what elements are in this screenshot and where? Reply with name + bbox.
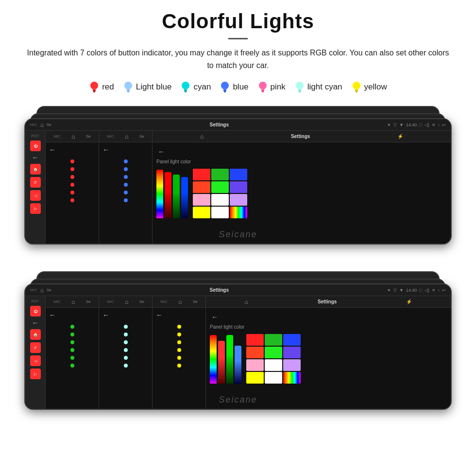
swatch-0[interactable] (193, 169, 210, 180)
dot4 (70, 183, 74, 187)
dot6 (70, 198, 74, 202)
swatch-bot-6[interactable] (246, 359, 264, 371)
mic-bot: MIC (30, 288, 37, 292)
power-btn-bot[interactable]: ⏻ (30, 306, 41, 316)
ydot3 (177, 340, 181, 344)
rotate-btn[interactable]: ↺ (30, 177, 41, 188)
main-nav-top: ⌂ Settings ⚡ (153, 131, 451, 142)
prev-btn[interactable]: ◁ (30, 190, 41, 201)
swatch-3[interactable] (193, 181, 210, 193)
time-bot: 14:40 (406, 288, 417, 293)
ydot4 (177, 348, 181, 352)
rst-bot: RST (32, 299, 39, 303)
svg-rect-10 (223, 89, 226, 91)
top-bar-right: ✦ ▽ ▼ 14:40 □ ◁) ✕ ▫ ↩ (387, 123, 446, 127)
mini-body-bot-1: ← (46, 308, 99, 409)
bars-top (156, 169, 188, 218)
gdot1 (70, 325, 74, 329)
color-item-pink: pink (257, 80, 286, 94)
next-btn[interactable]: ▷ (30, 203, 41, 214)
back1[interactable]: ← (48, 144, 97, 155)
mini-panels-bot: MIC ⌂ Se ← (46, 296, 206, 409)
back-main-bot[interactable]: ← (210, 312, 447, 322)
swatch-bot-0[interactable] (246, 334, 264, 346)
svg-rect-16 (298, 89, 301, 91)
rot-bot[interactable]: ↺ (30, 342, 41, 353)
swatch-bot-2[interactable] (283, 334, 301, 346)
swatch-bot-10[interactable] (265, 372, 282, 384)
red-bulb-icon (89, 80, 100, 94)
swatch-bot-7[interactable] (265, 359, 282, 371)
home-b3: ⌂ (178, 299, 182, 305)
color-item-lightcyan: light cyan (294, 80, 342, 94)
svg-rect-8 (185, 91, 187, 92)
back-b2[interactable]: ← (101, 310, 150, 320)
swatch-10[interactable] (211, 207, 229, 218)
home-strip-bot[interactable]: 🏠 (30, 329, 41, 340)
back-btn[interactable]: ← (32, 154, 39, 161)
dot3 (70, 175, 74, 179)
back2[interactable]: ← (101, 144, 150, 155)
mini-panel-bot-2: MIC ⌂ Se ← (99, 296, 153, 409)
bars-bot (210, 334, 241, 384)
se-b2: Se (139, 299, 144, 304)
cdot3 (124, 340, 128, 344)
signal-icon: ▼ (399, 123, 404, 127)
home2: ⌂ (125, 133, 128, 140)
color-label-cyan: cyan (193, 82, 211, 92)
swatch-5[interactable] (230, 181, 247, 193)
back-main[interactable]: ← (156, 146, 447, 157)
svg-rect-17 (299, 91, 301, 92)
swatch-bot-9[interactable] (246, 372, 264, 384)
svg-rect-7 (184, 89, 187, 91)
dot11 (124, 191, 128, 194)
rainbow-bar-bot (210, 335, 217, 384)
swatch-11[interactable] (230, 207, 247, 218)
swatch-1[interactable] (211, 169, 229, 180)
top-device-stack: MIC ⌂ Se Settings ✦ ▽ ▼ 14:40 □ ◁) ✕ ▫ (24, 106, 452, 249)
swatch-bot-4[interactable] (265, 347, 282, 358)
cdot4 (124, 348, 128, 352)
swatch-bot-5[interactable] (283, 347, 301, 358)
icons2 (101, 157, 150, 205)
prev-bot[interactable]: ◁ (30, 355, 41, 366)
mini-nav-1: MIC ⌂ Se (46, 131, 99, 142)
cyan-bulb-icon (180, 80, 191, 94)
settings-bot: Settings (210, 287, 229, 293)
swatch-bot-11[interactable] (283, 372, 301, 384)
home-main: ⌂ (200, 133, 204, 140)
main-panel-top: ⌂ Settings ⚡ ← Panel light color (153, 131, 451, 244)
cdot1 (124, 325, 128, 329)
mini-body-bot-3: ← (153, 308, 205, 409)
mini-panel-2: MIC ⌂ Se ← (99, 131, 153, 244)
gdot6 (70, 364, 74, 368)
color-label-red: red (102, 82, 114, 92)
swatch-bot-8[interactable] (283, 359, 301, 371)
green-bar (173, 175, 180, 218)
swatch-9[interactable] (193, 207, 210, 218)
swatch-2[interactable] (230, 169, 247, 180)
swatch-4[interactable] (211, 181, 229, 193)
gdot2 (70, 333, 74, 336)
dot12 (124, 198, 128, 202)
swatch-7[interactable] (211, 194, 229, 206)
next-bot[interactable]: ▷ (30, 369, 41, 379)
svg-point-0 (90, 82, 98, 89)
swatch-bot-1[interactable] (265, 334, 282, 346)
back-b3[interactable]: ← (154, 310, 204, 320)
back-btn-bot[interactable]: ← (32, 319, 39, 327)
back-b1[interactable]: ← (48, 310, 97, 320)
swatch-8[interactable] (230, 194, 247, 206)
color-item-blue: blue (220, 80, 248, 94)
mini-panel-bot-1: MIC ⌂ Se ← (46, 296, 99, 409)
top-device-screen: MIC ⌂ Se Settings ✦ ▽ ▼ 14:40 □ ◁) ✕ ▫ (25, 119, 451, 244)
color-label-lightcyan: light cyan (307, 82, 342, 92)
swatch-bot-3[interactable] (246, 347, 264, 358)
power-btn[interactable]: ⏻ (30, 141, 41, 151)
swatch-6[interactable] (193, 194, 210, 206)
mic2: MIC (107, 134, 114, 139)
home-btn-strip[interactable]: 🏠 (30, 164, 41, 175)
color-label-pink: pink (271, 82, 286, 92)
bottom-device-front: MIC ⌂ Se Settings ✦ ▽ ▼ 14:40 □ ◁) ✕ ▫ (24, 283, 452, 410)
main-body-bot: ← Panel light color (206, 308, 451, 409)
